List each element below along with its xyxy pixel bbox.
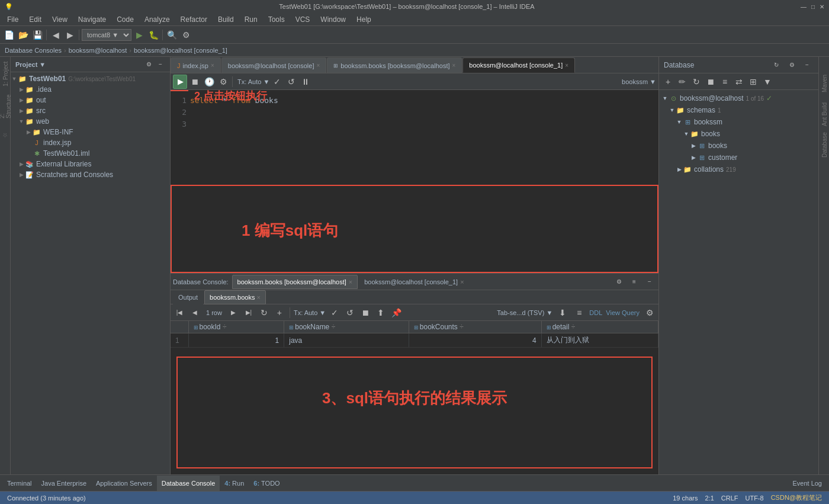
db-table-books[interactable]: ▶ ⊞ books — [659, 140, 818, 152]
sidebar-collapse[interactable]: − — [156, 60, 165, 69]
new-file-btn[interactable]: 📄 — [2, 28, 15, 41]
td-bookcounts[interactable]: 4 — [409, 333, 541, 348]
result-download-btn[interactable]: ⬇ — [556, 306, 569, 319]
db-add-btn[interactable]: + — [661, 75, 674, 88]
db-schemas-item[interactable]: ▼ 📁 schemas 1 — [659, 104, 818, 116]
db-filter-btn[interactable]: ▼ — [761, 75, 774, 88]
db-sync-btn[interactable]: ⇄ — [732, 75, 746, 88]
tree-item-indexjsp[interactable]: ▶ J index.jsp — [11, 137, 170, 148]
tab-console-close[interactable]: × — [316, 62, 320, 69]
bottom-btn-todo[interactable]: 6: TODO — [249, 476, 284, 491]
breadcrumb-host[interactable]: bookssm@localhost — [69, 47, 127, 54]
tab-console1-close[interactable]: × — [565, 62, 568, 69]
menu-analyze[interactable]: Analyze — [140, 14, 175, 25]
td-detail[interactable]: 从入门到入狱 — [541, 333, 658, 348]
run-config-dropdown[interactable]: tomcat8 ▼ — [82, 29, 131, 41]
side-icon-structure[interactable]: 2: Structure — [1, 90, 9, 120]
result-cancel-btn[interactable]: ⏹ — [359, 306, 372, 319]
breadcrumb-db-consoles[interactable]: Database Consoles — [5, 47, 62, 54]
db-bookssm-item[interactable]: ▼ ⊞ bookssm — [659, 116, 818, 128]
bottom-gear-btn[interactable]: ≡ — [628, 275, 641, 288]
tab-console[interactable]: bookssm@localhost [console] × — [221, 57, 327, 73]
tree-item-extlibs[interactable]: ▶ 📚 External Libraries — [11, 159, 170, 169]
clock-btn[interactable]: 🕐 — [203, 75, 216, 88]
result-more-btn[interactable]: ⚙ — [643, 306, 656, 319]
menu-build[interactable]: Build — [213, 14, 239, 25]
result-commit-btn[interactable]: ✓ — [328, 306, 341, 319]
db-settings-btn[interactable]: ⚙ — [785, 59, 798, 72]
tab-console-bottom[interactable]: bookssm@localhost [console_1] × — [359, 275, 469, 289]
result-first-btn[interactable]: |◀ — [173, 306, 186, 319]
menu-window[interactable]: Window — [316, 14, 351, 25]
td-bookid[interactable]: 1 — [188, 333, 284, 348]
db-table-customer[interactable]: ▶ ⊞ customer — [659, 152, 818, 163]
side-icon-project[interactable]: 1: Project — [1, 59, 9, 89]
menu-navigate[interactable]: Navigate — [73, 14, 111, 25]
db-refresh-btn[interactable]: ↻ — [770, 59, 783, 72]
ddl-label[interactable]: DDL — [589, 309, 602, 316]
table-row[interactable]: 1 1 java 4 从入门到入狱 — [171, 333, 658, 348]
menu-refactor[interactable]: Refactor — [176, 14, 212, 25]
db-collations-item[interactable]: ▶ 📁 collations 219 — [659, 163, 818, 175]
db-stop-btn[interactable]: ⏹ — [704, 75, 717, 88]
db-minimize-btn[interactable]: − — [801, 59, 814, 72]
debug-btn[interactable]: 🐛 — [147, 28, 160, 41]
close-btn[interactable]: ✕ — [820, 4, 824, 10]
result-refresh-btn[interactable]: ↻ — [258, 306, 271, 319]
tree-item-webinf[interactable]: ▶ 📁 WEB-INF — [11, 127, 170, 137]
db-schema-btn[interactable]: ⊞ — [747, 75, 760, 88]
bottom-btn-db-console[interactable]: Database Console — [157, 476, 220, 491]
sql-content[interactable]: select * from books — [190, 95, 654, 268]
tab-books-close[interactable]: × — [452, 62, 456, 69]
bottom-btn-terminal[interactable]: Terminal — [2, 476, 37, 491]
result-last-btn[interactable]: ▶| — [242, 306, 255, 319]
maximize-btn[interactable]: □ — [811, 4, 815, 10]
side-icon-favorites[interactable]: ☆ — [1, 121, 9, 150]
menu-tools[interactable]: Tools — [264, 14, 290, 25]
th-detail[interactable]: ⊞detail ÷ — [541, 321, 658, 333]
bottom-settings-btn[interactable]: ⚙ — [612, 275, 625, 288]
menu-file[interactable]: File — [2, 14, 23, 25]
tree-item-out[interactable]: ▶ 📁 out — [11, 95, 170, 105]
tab-console-bottom-close[interactable]: × — [460, 278, 464, 285]
th-bookid[interactable]: ⊞bookId ÷ — [188, 321, 284, 333]
td-bookname[interactable]: java — [284, 333, 409, 348]
bottom-minimize-btn[interactable]: − — [643, 275, 656, 288]
db-connection-item[interactable]: ▼ ⊙ bookssm@localhost 1 of 16 ✓ — [659, 92, 818, 104]
tab-output[interactable]: Output — [173, 290, 203, 304]
tab-result-books-close[interactable]: × — [349, 278, 352, 285]
tree-item-testiml[interactable]: ▶ ✱ TestWeb01.iml — [11, 148, 170, 159]
tree-item-src[interactable]: ▶ 📁 src — [11, 105, 170, 116]
menu-code[interactable]: Code — [112, 14, 139, 25]
commit-btn[interactable]: ✓ — [271, 75, 284, 88]
breadcrumb-console[interactable]: bookssm@localhost [console_1] — [134, 47, 227, 54]
menu-help[interactable]: Help — [352, 14, 376, 25]
tab-console1[interactable]: bookssm@localhost [console_1] × — [462, 57, 575, 73]
rollback-btn[interactable]: ↺ — [285, 75, 298, 88]
th-bookcounts[interactable]: ⊞bookCounts ÷ — [409, 321, 541, 333]
settings2-btn[interactable]: ⚙ — [217, 75, 230, 88]
back-btn[interactable]: ◀ — [49, 28, 62, 41]
tab-indexjsp[interactable]: J index.jsp × — [171, 57, 221, 73]
result-next-btn[interactable]: ▶ — [227, 306, 240, 319]
stop-btn[interactable]: ⏹ — [188, 75, 201, 88]
db-properties-btn[interactable]: ≡ — [718, 75, 731, 88]
tab-books[interactable]: ⊞ bookssm.books [bookssm@localhost] × — [327, 57, 462, 73]
tab-result-books[interactable]: bookssm.books [bookssm@localhost] × — [232, 275, 358, 289]
settings-btn[interactable]: ⚙ — [179, 28, 192, 41]
result-add-btn[interactable]: + — [273, 306, 286, 319]
save-btn[interactable]: 💾 — [31, 28, 44, 41]
result-export-btn[interactable]: ⬆ — [374, 306, 387, 319]
execute-btn[interactable]: ▶ — [173, 75, 187, 89]
view-query-label[interactable]: View Query — [606, 309, 640, 316]
menu-vcs[interactable]: VCS — [291, 14, 315, 25]
result-filter-btn[interactable]: ≡ — [573, 306, 586, 319]
bottom-btn-java-enterprise[interactable]: Java Enterprise — [37, 476, 91, 491]
side-icon-ant[interactable]: Ant Build — [820, 99, 828, 129]
sidebar-settings[interactable]: ⚙ — [144, 60, 153, 69]
pause-btn[interactable]: ⏸ — [299, 75, 312, 88]
th-bookname[interactable]: ⊞bookName ÷ — [284, 321, 409, 333]
sql-editor[interactable]: 1 2 3 select * from books 1 编写sql语句 2 点击… — [171, 90, 658, 273]
db-tables-folder[interactable]: ▼ 📁 books — [659, 128, 818, 140]
forward-btn[interactable]: ▶ — [63, 28, 76, 41]
